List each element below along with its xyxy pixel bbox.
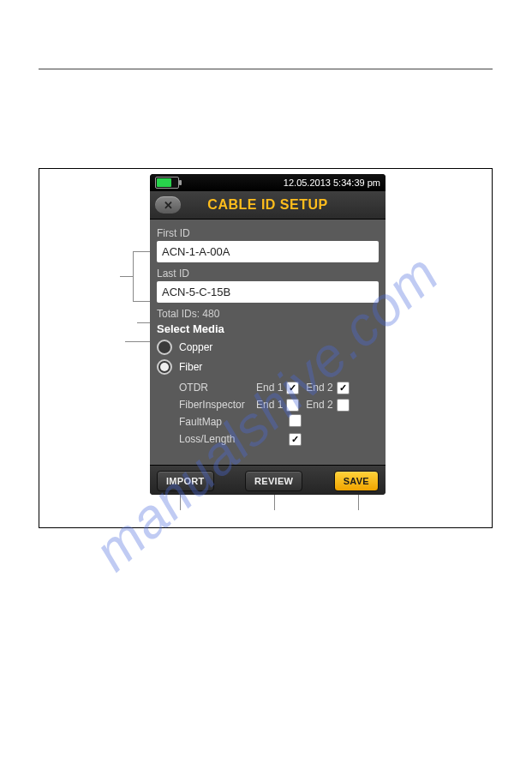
checkbox-fi-end2[interactable] [337,399,350,412]
option-label: FiberInspector [179,399,256,411]
title-bar: ✕ CABLE ID SETUP [150,191,386,220]
total-ids-label: Total IDs: 480 [157,308,379,320]
first-id-input[interactable]: ACN-1-A-00A [157,241,379,262]
radio-icon [157,340,172,355]
end2-label: End 2 [306,382,332,394]
radio-icon [157,359,172,375]
end2-label: End 2 [306,399,332,411]
checkbox-fi-end1[interactable] [286,399,299,412]
bottom-bar: IMPORT REVIEW SAVE [150,465,386,495]
checkbox-losslength[interactable]: ✓ [289,433,302,446]
last-id-label: Last ID [157,268,379,280]
review-button[interactable]: REVIEW [245,471,302,491]
radio-label: Copper [179,341,212,353]
radio-copper[interactable]: Copper [157,340,379,355]
battery-icon [155,177,179,189]
end1-label: End 1 [256,382,283,394]
option-fiberinspector: FiberInspector End 1 End 2 [179,396,379,413]
option-label: Loss/Length [179,433,256,445]
last-id-input[interactable]: ACN-5-C-15B [157,281,379,303]
checkbox-otdr-end1[interactable]: ✓ [286,382,299,394]
callout-line [120,276,133,277]
select-media-label: Select Media [157,322,379,335]
first-id-label: First ID [157,227,379,239]
option-faultmap: FaultMap [179,413,379,430]
status-datetime: 12.05.2013 5:34:39 pm [284,177,380,188]
save-button[interactable]: SAVE [334,471,379,491]
option-label: OTDR [179,382,256,394]
checkbox-otdr-end2[interactable]: ✓ [337,382,350,394]
end1-label: End 1 [256,399,283,411]
option-label: FaultMap [179,416,256,428]
top-rule [39,69,493,69]
option-losslength: Loss/Length ✓ [179,430,379,448]
status-bar: 12.05.2013 5:34:39 pm [150,174,386,191]
option-otdr: OTDR End 1 ✓ End 2 ✓ [179,379,379,396]
radio-label: Fiber [179,361,202,373]
checkbox-faultmap[interactable] [289,414,302,427]
import-button[interactable]: IMPORT [157,471,214,491]
radio-fiber[interactable]: Fiber [157,359,379,375]
fiber-options: OTDR End 1 ✓ End 2 ✓ FiberInspector End … [179,379,379,448]
device-screen: 12.05.2013 5:34:39 pm ✕ CABLE ID SETUP F… [150,174,386,495]
callout-bracket [133,251,134,301]
page-title: CABLE ID SETUP [155,197,380,213]
form-content: First ID ACN-1-A-00A Last ID ACN-5-C-15B… [150,220,386,465]
